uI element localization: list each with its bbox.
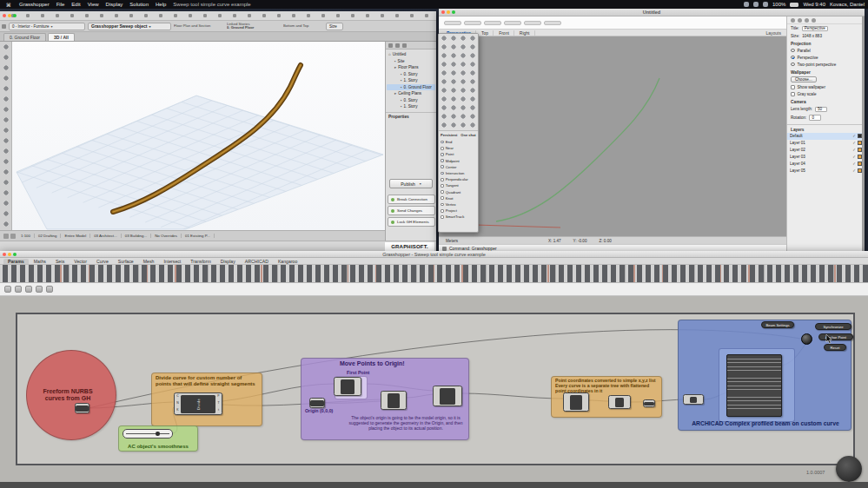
layer-combo[interactable]: 0 - Interior - Furniture▾ (9, 23, 85, 30)
layer-row[interactable]: Layer 02✓ (787, 147, 865, 154)
divide-curve-component[interactable]: CNK Divide PTt (174, 392, 222, 415)
infobox-panel-label[interactable]: Floor Plan and Section (174, 24, 224, 28)
checkbox[interactable] (441, 196, 444, 200)
menubar-menu[interactable]: Grasshopper (16, 2, 53, 7)
wallpaper-choose-button[interactable]: Choose... (791, 76, 817, 82)
move-component[interactable] (433, 386, 462, 406)
layer-visibility-check[interactable]: ✓ (852, 155, 856, 159)
input-port[interactable]: C (176, 395, 178, 398)
size-field[interactable]: Size (326, 23, 343, 30)
menubar-menu[interactable]: File (53, 2, 69, 7)
viewport-tab[interactable]: Top (477, 30, 494, 36)
tree-input-component[interactable] (683, 394, 704, 405)
output-port[interactable]: T (217, 402, 219, 405)
list-param-component[interactable] (643, 399, 655, 407)
layer-row[interactable]: Layer 05✓ (787, 168, 865, 175)
layer-row[interactable]: Layer 01✓ (787, 140, 865, 147)
connection-palette-button[interactable]: Lock GH Elements (388, 217, 435, 227)
radio[interactable] (791, 63, 795, 67)
category-tab[interactable]: Transform (186, 259, 215, 264)
osnap-option[interactable]: Near (441, 145, 476, 151)
menubar-user[interactable]: Kovacs, Daniel (830, 2, 865, 7)
radio[interactable] (791, 49, 795, 53)
grasshopper-canvas[interactable]: Freeform NURBS curves from GH Divide cur… (0, 296, 868, 482)
category-tab[interactable]: Kangaroo (274, 259, 302, 264)
layer-visibility-check[interactable]: ✓ (852, 134, 856, 138)
quick-option[interactable]: 03 Building... (122, 234, 151, 238)
osnap-option[interactable]: Point (441, 151, 476, 157)
category-tab[interactable]: Mesh (139, 259, 159, 264)
checkbox[interactable] (441, 184, 444, 188)
osnap-option[interactable]: SmartTrack (441, 214, 476, 220)
projection-option[interactable]: Two-point perspective (787, 61, 865, 68)
category-tab[interactable]: Intersect (159, 259, 185, 264)
layer-visibility-check[interactable]: ✓ (852, 148, 856, 152)
checkbox[interactable] (441, 215, 444, 219)
deconstruct-point-component[interactable] (563, 392, 589, 412)
osnap-mode[interactable]: One shot (461, 133, 475, 137)
quick-option[interactable]: 02 Drafting (35, 234, 61, 238)
viewport-tab[interactable]: Front (494, 30, 514, 36)
checkbox[interactable] (791, 85, 795, 89)
sketch-tool-icon[interactable] (46, 286, 53, 293)
component-outputs[interactable]: PTt (215, 393, 222, 414)
infobox-panel-label[interactable]: Linked Stories0. Ground Floor (227, 23, 281, 30)
category-tab[interactable]: Surface (114, 259, 138, 264)
checkbox[interactable] (441, 153, 444, 156)
category-tab[interactable]: Params (3, 259, 29, 264)
menubar-menu[interactable]: Solution (126, 2, 152, 7)
checkbox[interactable] (441, 178, 444, 181)
layouts-button[interactable]: Layouts (765, 30, 781, 36)
quick-option[interactable]: 03 Architect... (90, 234, 122, 238)
scrollbar[interactable] (862, 16, 865, 252)
category-tab[interactable]: Maths (30, 259, 50, 264)
view-map-icon[interactable] (395, 43, 400, 48)
layer-row[interactable]: Default✓ (787, 133, 865, 140)
menubar-clock[interactable]: Wed 9:40 (803, 2, 825, 7)
radio[interactable] (791, 56, 795, 60)
output-port[interactable]: t (218, 409, 219, 412)
category-tab[interactable]: Display (216, 259, 240, 264)
project-tree-item[interactable]: ⌂Untitled (387, 51, 435, 58)
viewport-tab[interactable]: Right (515, 30, 535, 36)
wallpaper-option[interactable]: Show wallpaper (787, 84, 865, 91)
checkbox[interactable] (441, 203, 444, 207)
output-port[interactable]: P (217, 395, 219, 398)
favorite-combo[interactable]: Grasshopper Sweep object▾ (88, 23, 171, 30)
category-tab[interactable]: Curve (92, 259, 113, 264)
connection-palette-button[interactable]: Send Changes (388, 206, 435, 215)
open-file-icon[interactable] (4, 286, 11, 293)
nurbs-curve[interactable] (496, 78, 659, 221)
quick-option[interactable]: Entire Model (61, 234, 90, 238)
canvas-compass-widget[interactable] (836, 456, 862, 482)
origin-point-component[interactable] (309, 398, 325, 408)
osnap-option[interactable]: Midpoint (441, 158, 476, 164)
project-tree-item[interactable]: ▪0. Story (387, 71, 435, 78)
number-slider-component[interactable] (123, 429, 173, 439)
component-palette-strip[interactable] (0, 265, 868, 283)
display-tab-icon[interactable] (805, 18, 809, 23)
osnap-option[interactable]: Center (441, 164, 476, 170)
quick-option[interactable]: 01 Existing P... (182, 234, 215, 238)
profiled-beam-component[interactable] (726, 354, 782, 417)
orbit-icon[interactable] (10, 234, 16, 239)
osnap-option[interactable]: Quadrant (441, 189, 476, 195)
minimize-button[interactable] (8, 14, 11, 17)
projection-option[interactable]: Parallel (787, 47, 865, 54)
beam-settings-pill[interactable]: Beam Settings (761, 321, 794, 328)
archicad-main-toolbar[interactable] (0, 11, 436, 21)
save-file-icon[interactable] (15, 286, 22, 293)
group-freeform-curves[interactable]: Freeform NURBS curves from GH (26, 350, 116, 440)
units-indicator[interactable]: Meters (446, 239, 458, 243)
help-tab-icon[interactable] (812, 18, 816, 23)
wifi-icon[interactable] (763, 2, 768, 7)
menubar-menu[interactable]: Display (103, 2, 127, 7)
checkbox[interactable] (441, 165, 444, 168)
rhino-perspective-viewport[interactable] (439, 36, 786, 236)
default-settings-icon[interactable] (2, 24, 6, 29)
lens-length-field[interactable]: 50 (815, 107, 827, 113)
quick-option[interactable]: 1:100 (17, 234, 35, 238)
input-port[interactable]: N (176, 402, 178, 405)
project-tree-item[interactable]: ▪0. Story (387, 97, 435, 104)
zoom-button[interactable] (13, 14, 17, 17)
